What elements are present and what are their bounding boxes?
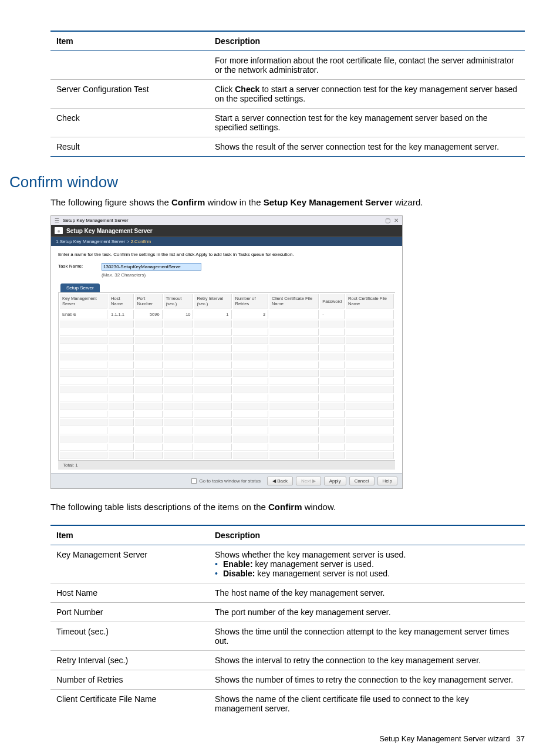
grid-row-empty [60, 411, 394, 418]
col-retry: Retry Interval (sec.) [194, 294, 231, 309]
goto-tasks-label: Go to tasks window for status [199, 478, 261, 484]
cell-desc: The host name of the key management serv… [209, 583, 525, 603]
footer-text: Setup Key Management Server wizard [379, 734, 510, 743]
text-bold: Check [235, 85, 259, 94]
intro-text: The following figure shows the Confirm w… [50, 197, 525, 207]
col-host: Host Name [109, 294, 133, 309]
footer-page-number: 37 [517, 734, 525, 743]
grid-row-empty [60, 345, 394, 352]
text: wizard. [393, 197, 423, 207]
wizard-window: ☰ Setup Key Management Server ▢ ✕ ⍟ Setu… [50, 215, 403, 489]
cell-item: Check [50, 109, 209, 137]
cell-desc: For more information about the root cert… [209, 51, 525, 80]
breadcrumb-step-1[interactable]: 1.Setup Key Management Server [56, 239, 125, 244]
cell-desc: Shows the time until the connection atte… [209, 622, 525, 651]
table-confirm-items: Item Description Key Management Server S… [50, 525, 525, 718]
cell-item: Client Certificate File Name [50, 690, 209, 718]
cell-desc: Shows the result of the server connectio… [209, 137, 525, 157]
close-icon[interactable]: ✕ [394, 217, 399, 224]
goto-tasks-checkbox[interactable] [191, 478, 197, 484]
grid-row-empty [60, 378, 394, 385]
cell-item: Server Configuration Test [50, 80, 209, 109]
grid-row-empty [60, 386, 394, 393]
table-row: Check Start a server connection test for… [50, 109, 525, 137]
cell [269, 310, 319, 319]
back-button[interactable]: ◀ Back [267, 477, 293, 485]
list-item: Disable: key management server is not us… [215, 569, 519, 578]
grid-row-empty [60, 419, 394, 426]
text: key management server is not used. [255, 569, 390, 578]
th-item: Item [50, 31, 209, 51]
text: window in the [205, 197, 263, 207]
table-row: Port Number The port number of the key m… [50, 603, 525, 622]
grid-row-empty [60, 403, 394, 410]
tab-setup-server[interactable]: Setup Server [60, 283, 100, 292]
cell-item: Result [50, 137, 209, 157]
text-bold: Disable: [223, 569, 255, 578]
text: Click [215, 85, 235, 94]
wizard-outer-title: Setup Key Management Server [63, 218, 129, 223]
grid-row[interactable]: Enable 1.1.1.1 5696 10 1 3 - [60, 310, 394, 319]
list-item: Enable: key management server is used. [215, 559, 519, 569]
task-name-hint: (Max. 32 Characters) [102, 272, 201, 278]
grid-row-empty [60, 394, 394, 401]
text: The following table lists descriptions o… [50, 502, 268, 512]
col-timeout: Timeout (sec.) [164, 294, 194, 309]
cell-item: Key Management Server [50, 545, 209, 583]
cell-item [50, 51, 209, 80]
cell: 10 [164, 310, 194, 319]
grid-row-empty [60, 370, 394, 377]
grid-total: Total: 1 [58, 460, 395, 470]
table-row: Host Name The host name of the key manag… [50, 583, 525, 603]
col-numret: Number of Retries [233, 294, 268, 309]
table-top: Item Description For more information ab… [50, 31, 525, 157]
cell-desc: Shows whether the key management server … [209, 545, 525, 583]
wizard-breadcrumb: 1.Setup Key Management Server > 2.Confir… [51, 237, 402, 246]
table-row: Server Configuration Test Click Check to… [50, 80, 525, 109]
cell: - [320, 310, 345, 319]
breadcrumb-step-2: 2.Confirm [130, 239, 151, 244]
collapse-icon[interactable]: ☰ [55, 218, 59, 224]
col-ccert: Client Certificate File Name [269, 294, 319, 309]
hp-logo-icon: ⍟ [55, 227, 63, 234]
task-name-input[interactable] [102, 263, 201, 271]
grid-row-empty [60, 444, 394, 451]
between-text: The following table lists descriptions o… [50, 502, 525, 512]
table-row: Number of Retries Shows the number of ti… [50, 670, 525, 690]
grid-row-empty [60, 320, 394, 328]
wizard-instruction: Enter a name for the task. Confirm the s… [58, 252, 395, 257]
grid-row-empty [60, 362, 394, 369]
text: The following figure shows the [50, 197, 171, 207]
grid-row-empty [60, 353, 394, 360]
table-row: Client Certificate File Name Shows the n… [50, 690, 525, 718]
cell-desc: Shows the number of times to retry the c… [209, 670, 525, 690]
grid-row-empty [60, 452, 394, 459]
maximize-icon[interactable]: ▢ [385, 217, 390, 224]
text-bold: Confirm [268, 502, 302, 512]
cancel-button[interactable]: Cancel [349, 477, 375, 485]
cell-item: Number of Retries [50, 670, 209, 690]
cell-item: Host Name [50, 583, 209, 603]
th-desc: Description [209, 31, 525, 51]
task-name-label: Task Name: [58, 263, 91, 269]
grid-row-empty [60, 436, 394, 443]
th-item: Item [50, 525, 209, 545]
help-button[interactable]: Help [377, 477, 397, 485]
text: to start a server connection test for th… [215, 85, 517, 103]
table-row: Timeout (sec.) Shows the time until the … [50, 622, 525, 651]
page-footer: Setup Key Management Server wizard 37 [50, 734, 525, 743]
cell: Enable [60, 310, 107, 319]
wizard-banner: ⍟ Setup Key Management Server [51, 225, 402, 237]
col-port: Port Number [135, 294, 163, 309]
th-desc: Description [209, 525, 525, 545]
cell-desc: The port number of the key management se… [209, 603, 525, 622]
col-pwd: Password [320, 294, 345, 309]
text-bold: Confirm [171, 197, 205, 207]
cell-desc: Shows the name of the client certificate… [209, 690, 525, 718]
cell: 3 [233, 310, 268, 319]
apply-button[interactable]: Apply [324, 477, 346, 485]
breadcrumb-sep: > [127, 239, 130, 244]
cell: 1 [194, 310, 231, 319]
next-button: Next ▶ [296, 477, 321, 485]
cell-desc: Click Check to start a server connection… [209, 80, 525, 109]
